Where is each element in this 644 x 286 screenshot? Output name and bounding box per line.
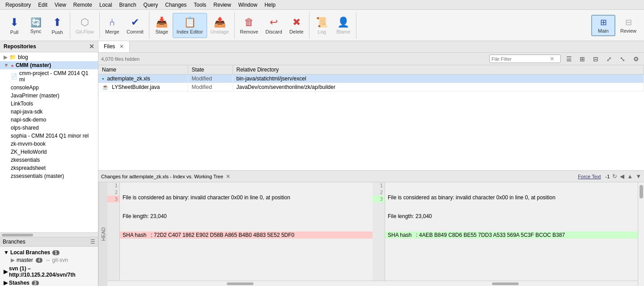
menu-local[interactable]: Local	[96, 1, 116, 9]
files-panel-header: Files ✕	[98, 41, 644, 53]
diff-left-inner[interactable]: 1 2 3 File is considered as binary: inva…	[107, 182, 373, 281]
delete-button[interactable]: ✖ Delete	[286, 13, 307, 38]
repo-item-zk2[interactable]: ZK_HelloWorld	[0, 148, 98, 156]
review-view-icon: ⊟	[625, 17, 632, 27]
files-tab[interactable]: Files ✕	[98, 41, 130, 52]
gitflow-button[interactable]: ⬡ Git-Flow	[72, 13, 97, 38]
sync-icon: 🔄	[30, 17, 42, 28]
discard-label: Discard	[266, 29, 282, 34]
commit-button[interactable]: ✔ Commit	[123, 13, 147, 38]
repo-item-sophia[interactable]: sophia - CMM 2014 Q1 minor rel	[0, 132, 98, 140]
repo-item-link[interactable]: LinkTools	[0, 100, 98, 108]
repo-git-icon: ⬥	[11, 62, 14, 68]
view-mode-list-button[interactable]: ☰	[564, 54, 574, 64]
col-name[interactable]: Name	[98, 65, 188, 75]
push-label: Push	[51, 29, 63, 35]
diff-vertical-scrollbar[interactable]	[638, 182, 644, 286]
repo-item-java[interactable]: JavaPrimer (master)	[0, 92, 98, 100]
repo-item[interactable]: ▶ 📁 blog	[0, 53, 98, 61]
remove-label: Remove	[240, 29, 258, 34]
view-mode-cols-button[interactable]: ⊟	[590, 54, 601, 64]
repo-item-console[interactable]: consoleApp	[0, 84, 98, 92]
diff-refresh-icon[interactable]: ↻	[612, 173, 617, 180]
diff-left-scrollbar[interactable]	[107, 281, 373, 286]
menu-repository[interactable]: Repository	[2, 1, 34, 9]
filter-clear-icon[interactable]: ✕	[550, 55, 555, 62]
pull-button[interactable]: ⬇ Pull	[4, 13, 25, 38]
repo-item-olps[interactable]: olps-shared	[0, 124, 98, 132]
menu-window[interactable]: Window	[235, 1, 261, 9]
repo-item-cmm[interactable]: ▼ ⬥ CMM (master)	[0, 61, 98, 69]
diff-right-inner[interactable]: 1 2 3 File is considered as binary: inva…	[373, 182, 638, 281]
repo-item-napi1[interactable]: napi-java-sdk	[0, 108, 98, 116]
col-dir[interactable]: Relative Directory	[233, 65, 644, 75]
sidebar-scrollbar[interactable]	[0, 232, 98, 237]
repo-item-napi2[interactable]: napi-sdk-demo	[0, 116, 98, 124]
review-view-button[interactable]: ⊟ Review	[616, 15, 640, 36]
menu-tools[interactable]: Tools	[190, 1, 210, 9]
menu-query[interactable]: Query	[140, 1, 162, 9]
file-row-java[interactable]: ☕ LYSheetBuilder.java Modified JavaDev/c…	[98, 83, 644, 92]
repo-item-zk4[interactable]: zkspreadsheet	[0, 164, 98, 172]
menu-branch[interactable]: Branch	[116, 1, 140, 9]
push-button[interactable]: ⬆ Push	[47, 13, 68, 38]
diff-close-icon[interactable]: ✕	[226, 173, 230, 180]
merge-button[interactable]: ⑃ Merge	[102, 13, 123, 38]
menu-changes[interactable]: Changes	[161, 1, 190, 9]
col-state[interactable]: State	[188, 65, 233, 75]
menu-help[interactable]: Help	[261, 1, 279, 9]
menu-edit[interactable]: Edit	[34, 1, 51, 9]
diff-down-icon[interactable]: ▼	[636, 173, 641, 180]
repo-item-cmmproject[interactable]: 📄 cmm-project - CMM 2014 Q1 mi	[0, 69, 98, 84]
main-view-button[interactable]: ⊞ Main	[591, 15, 615, 36]
repo-name-zss: zssessentials (master)	[11, 173, 64, 179]
menu-remote[interactable]: Remote	[70, 1, 96, 9]
diff-panel: Changes for adtemplate_zk.xls - Index vs…	[98, 171, 644, 286]
view-mode-grid-button[interactable]: ⊞	[577, 54, 588, 64]
files-tab-close[interactable]: ✕	[119, 43, 124, 50]
repo-name-zk3: zkessentials	[11, 157, 40, 163]
diff-left-panel: 1 2 3 File is considered as binary: inva…	[107, 182, 373, 286]
delete-icon: ✖	[292, 17, 301, 28]
settings-icon[interactable]: ⚙	[631, 54, 641, 64]
branch-master[interactable]: ▶ master 4 ↔ git-svn	[2, 257, 96, 264]
repo-name-console: consoleApp	[11, 84, 39, 91]
menu-view[interactable]: View	[51, 1, 70, 9]
stage-button[interactable]: 📥 Stage	[151, 13, 173, 38]
repo-item-zk3[interactable]: zkessentials	[0, 156, 98, 164]
remove-button[interactable]: 🗑 Remove	[237, 13, 262, 38]
diff-prev-icon[interactable]: ◀	[620, 173, 624, 180]
svn-section-header[interactable]: ▶ svn (1) – http://10.125.2.204/svn/7th	[0, 265, 98, 279]
diff-right-scrollbar[interactable]	[373, 281, 638, 286]
log-button[interactable]: 📜 Log	[311, 13, 333, 38]
diff-right-num-2: 2	[373, 189, 385, 196]
gitflow-icon: ⬡	[80, 17, 89, 28]
log-icon: 📜	[316, 17, 328, 28]
collapse-button[interactable]: ⤡	[617, 54, 628, 64]
menu-review[interactable]: Review	[210, 1, 234, 9]
discard-button[interactable]: ↩ Discard	[262, 13, 286, 38]
local-branches-header[interactable]: ▼ Local Branches 1	[2, 248, 96, 257]
repo-item-zss[interactable]: zssessentials (master)	[0, 172, 98, 180]
repo-name-olps: olps-shared	[11, 125, 39, 131]
diff-right-num-3: 3	[373, 196, 385, 202]
branches-menu-icon[interactable]: ☰	[90, 239, 95, 245]
file-filter-bar: 4,070 files hidden ✕ ☰ ⊞ ⊟ ⤢ ⤡ ⚙	[98, 53, 644, 65]
index-editor-button[interactable]: 📋 Index Editor	[173, 13, 207, 38]
force-text-link[interactable]: Force Text	[578, 174, 601, 179]
repo-name-cmmproject: cmm-project - CMM 2014 Q1 mi	[19, 70, 94, 83]
unstage-button[interactable]: 📤 Unstage	[207, 13, 233, 38]
stashes-section-header[interactable]: ▶ Stashes 3	[0, 279, 98, 285]
blame-button[interactable]: 👤 Blame	[333, 13, 354, 38]
sync-label: Sync	[30, 29, 41, 34]
file-row-xls[interactable]: ▪ adtemplate_zk.xls Modified bin-java/st…	[98, 75, 644, 83]
expand-button[interactable]: ⤢	[604, 54, 614, 64]
sync-button[interactable]: 🔄 Sync	[25, 13, 47, 38]
diff-up-icon[interactable]: ▲	[627, 173, 633, 180]
unstage-icon: 📤	[214, 17, 226, 28]
file-filter-input[interactable]	[491, 56, 550, 62]
sidebar-close-button[interactable]: ✕	[89, 43, 94, 50]
menu-bar: Repository Edit View Remote Local Branch…	[0, 0, 644, 10]
svn-label: svn (1) – http://10.125.2.204/svn/7th	[9, 265, 94, 278]
repo-item-zk1[interactable]: zk-mvvm-book	[0, 140, 98, 148]
